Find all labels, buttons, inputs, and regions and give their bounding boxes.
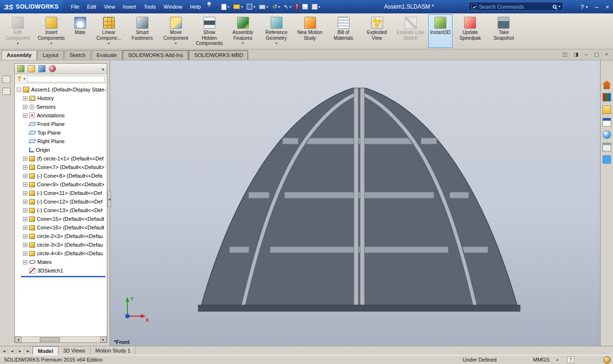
units-caret-icon[interactable]: ▴ <box>556 357 558 362</box>
status-help-icon[interactable]: ? <box>567 356 574 363</box>
filter-funnel-icon[interactable] <box>17 76 22 81</box>
expand-icon[interactable]: + <box>23 105 27 109</box>
tab-model[interactable]: Model <box>33 346 58 355</box>
expand-icon[interactable]: + <box>23 208 27 213</box>
tree-item-front-plane[interactable]: Front Plane <box>15 120 107 128</box>
save-button[interactable]: ▾ <box>246 3 256 11</box>
command-exploded-view[interactable]: Exploded View <box>361 14 393 48</box>
menu-tools[interactable]: Tools <box>140 2 160 11</box>
command-new-motion-study[interactable]: New Motion Study <box>294 14 326 48</box>
command-explode-line-sketch[interactable]: Explode Line Sketch <box>395 14 426 48</box>
doc-close-button[interactable]: × <box>605 51 608 57</box>
doc-minimize-button[interactable]: – <box>585 51 588 57</box>
expand-icon[interactable]: + <box>23 226 27 230</box>
tab-3d-views[interactable]: 3D Views <box>58 346 91 355</box>
tree-item-3dsketch1[interactable]: 3DSketch1 <box>15 266 107 275</box>
tab-sketch[interactable]: Sketch <box>64 50 91 60</box>
scrollbar-thumb[interactable] <box>40 337 60 342</box>
expand-icon[interactable]: + <box>23 251 27 256</box>
design-library-icon[interactable] <box>602 93 611 102</box>
expand-icon[interactable]: + <box>23 165 27 170</box>
help-button[interactable]: ? <box>580 3 584 11</box>
new-document-button[interactable]: ▾ <box>220 3 230 11</box>
tree-item-mates[interactable]: +Mates <box>15 258 107 266</box>
tree-item-cone-12[interactable]: +(-) Cone<12> (Default<<Def <box>15 197 107 206</box>
expand-icon[interactable]: + <box>23 174 27 178</box>
tree-item-circle-4[interactable]: +circle-4<4> (Default<<Defau <box>15 249 107 258</box>
tree-item-circle-2[interactable]: +circle-2<3> (Default<<Defau <box>15 232 107 240</box>
tab-scroll-prev-button[interactable]: ◀ <box>8 346 16 355</box>
forum-icon[interactable] <box>602 155 611 164</box>
command-move-component[interactable]: Move Component▾ <box>160 14 192 48</box>
tree-display-toggle-icon[interactable] <box>2 88 11 95</box>
command-edit-component[interactable]: Edit Component▾ <box>2 14 34 48</box>
command-bill-of-materials[interactable]: Bill of Materials <box>328 14 359 48</box>
menu-view[interactable]: View <box>100 2 119 11</box>
collapse-icon[interactable]: - <box>17 88 21 92</box>
panel-splitter-handle[interactable]: ◀ <box>107 191 111 207</box>
select-button[interactable]: ↖▾ <box>283 3 292 11</box>
custom-properties-icon[interactable] <box>602 143 611 151</box>
units-label[interactable]: MMGS <box>533 357 549 363</box>
panel-expand-chevrons-icon[interactable]: » <box>102 66 104 72</box>
doc-restore-button[interactable]: ▢ <box>594 51 599 57</box>
menu-window[interactable]: Window <box>160 2 186 11</box>
open-button[interactable]: ▾ <box>232 3 244 10</box>
command-mate[interactable]: Mate <box>69 14 91 48</box>
expand-icon[interactable]: + <box>23 217 27 221</box>
menu-edit[interactable]: Edit <box>83 2 100 11</box>
scroll-right-button[interactable]: ▶ <box>100 337 107 342</box>
command-smart-fasteners[interactable]: Smart Fasteners <box>126 14 158 48</box>
scrollbar-track[interactable] <box>22 337 100 342</box>
tab-scroll-last-button[interactable]: ▶| <box>24 346 33 355</box>
menu-help[interactable]: Help <box>186 2 205 11</box>
tab-scroll-next-button[interactable]: ▶ <box>16 346 24 355</box>
scroll-left-button[interactable]: ◀ <box>15 337 22 342</box>
tree-item-history[interactable]: +History <box>15 94 107 102</box>
command-reference-geometry[interactable]: Reference Geometry▾ <box>261 14 292 48</box>
pane-split-left-icon[interactable]: ◫ <box>562 51 567 57</box>
tree-item-cone-7[interactable]: +Cone<7> (Default<<Default> <box>15 163 107 171</box>
tree-item-circle-1[interactable]: +(f) circle-1<1> (Default<<Def <box>15 154 107 163</box>
tab-solidworks-add-ins[interactable]: SOLIDWORKS Add-Ins <box>123 50 188 60</box>
tree-item-cone-9[interactable]: +Cone<9> (Default<<Default> <box>15 180 107 189</box>
base-ring[interactable] <box>198 305 520 311</box>
rebuild-button[interactable] <box>295 2 299 11</box>
rollback-bar[interactable] <box>21 276 105 277</box>
tree-item-assem1[interactable]: -Assem1 (Default<Display State-1 <box>15 85 107 94</box>
expand-icon[interactable]: + <box>23 260 27 264</box>
file-explorer-icon[interactable] <box>602 105 611 114</box>
tree-item-cone-15[interactable]: +Cone<15> (Default<<Default <box>15 215 107 223</box>
search-dropdown-icon[interactable]: ▾ <box>558 4 560 9</box>
pin-menu-icon[interactable] <box>207 2 211 5</box>
tab-layout[interactable]: Layout <box>37 50 64 60</box>
view-palette-icon[interactable] <box>602 118 611 126</box>
tab-scroll-first-button[interactable]: |◀ <box>0 346 8 355</box>
resources-home-icon[interactable] <box>602 80 611 89</box>
command-show-hidden-components[interactable]: Show Hidden Components <box>193 14 225 48</box>
tree-filter-input[interactable] <box>27 76 105 82</box>
tree-item-cone-13[interactable]: +(-) Cone<13> (Default<<Def <box>15 206 107 215</box>
tree-item-cone-8[interactable]: +(-) Cone<8> (Default<<Defa <box>15 171 107 180</box>
tab-evaluate[interactable]: Evaluate <box>91 50 123 60</box>
command-assembly-features[interactable]: Assembly Features▾ <box>227 14 259 48</box>
resource-monitor-icon[interactable] <box>603 356 611 364</box>
menu-file[interactable]: File <box>67 2 83 11</box>
menu-insert[interactable]: Insert <box>119 2 140 11</box>
tab-motion-study-1[interactable]: Motion Study 1 <box>91 346 136 355</box>
tab-solidworks-mbd[interactable]: SOLIDWORKS MBD <box>189 50 248 60</box>
propertymanager-tab-icon[interactable] <box>28 65 35 72</box>
pane-split-right-icon[interactable]: ◨ <box>574 51 579 57</box>
model-canvas[interactable] <box>110 60 600 346</box>
file-properties-button[interactable] <box>301 3 309 11</box>
expand-icon[interactable]: + <box>23 114 27 118</box>
close-button[interactable]: × <box>605 3 609 11</box>
tree-item-top-plane[interactable]: Top Plane <box>15 128 107 137</box>
chevron-down-icon[interactable]: ▾ <box>23 77 25 81</box>
minimize-button[interactable]: – <box>595 3 598 11</box>
expand-icon[interactable]: + <box>23 96 27 101</box>
tree-item-right-plane[interactable]: Right Plane <box>15 137 107 146</box>
expand-icon[interactable]: + <box>23 200 27 204</box>
command-take-snapshot[interactable]: Take Snapshot <box>488 14 520 48</box>
configurationmanager-tab-icon[interactable] <box>38 65 45 72</box>
